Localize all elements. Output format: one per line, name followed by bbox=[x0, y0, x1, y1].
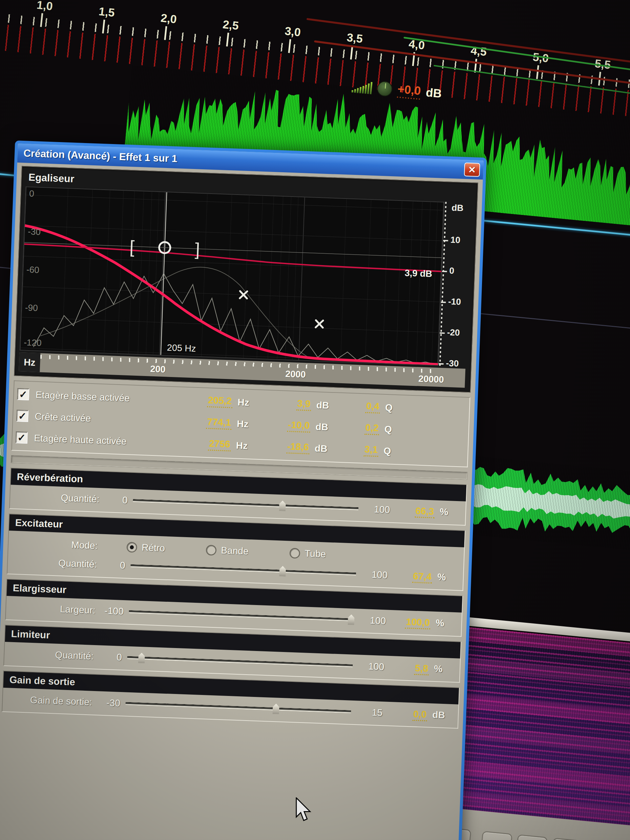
radio-icon-selected[interactable] bbox=[126, 542, 137, 553]
frequency-unit-label: Hz bbox=[231, 418, 255, 430]
volume-unit: dB bbox=[425, 86, 442, 101]
ruler-label: 2,5 bbox=[222, 18, 240, 33]
gain-unit-label: dB bbox=[311, 399, 337, 411]
amplitude-scale-label: -90 bbox=[25, 303, 38, 313]
db-axis-label: 0 bbox=[449, 266, 455, 276]
frequency-unit-label: Hz bbox=[232, 396, 256, 408]
widener-width-slider[interactable] bbox=[129, 606, 355, 626]
slider-max-label: 100 bbox=[363, 503, 390, 515]
screen: 1,0 1,5 2,0 2,5 3,0 3,5 4,0 4,5 5,0 5,5 … bbox=[0, 0, 630, 840]
radio-mode-retro[interactable]: Rétro bbox=[126, 542, 165, 554]
ruler-label: 4,5 bbox=[470, 44, 488, 58]
limiter-amount-slider[interactable] bbox=[127, 652, 353, 672]
band-frequency-field[interactable]: 2756 bbox=[208, 438, 231, 451]
limiter-amount-value[interactable]: 5,8 bbox=[414, 663, 429, 675]
radio-icon[interactable] bbox=[289, 548, 300, 559]
ruler-label: 2,0 bbox=[160, 11, 177, 26]
frequency-unit-label: Hz bbox=[231, 440, 254, 452]
band-q-field[interactable]: 3,1 bbox=[363, 444, 379, 457]
frequency-axis-label: 20000 bbox=[418, 374, 444, 385]
slider-handle[interactable] bbox=[279, 566, 286, 576]
close-button[interactable]: ✕ bbox=[464, 163, 480, 177]
record-button[interactable] bbox=[479, 831, 513, 840]
eq-bands-panel: ✓ Etagère basse activée 205,2 Hz 3,9 dB … bbox=[11, 380, 470, 467]
section-title: Réverbération bbox=[17, 471, 83, 485]
slider-handle[interactable] bbox=[272, 704, 279, 714]
slider-max-label: 100 bbox=[360, 614, 386, 626]
reverb-amount-value[interactable]: 66,3 bbox=[414, 505, 435, 518]
amplitude-scale-label: 0 bbox=[29, 189, 35, 199]
reverb-amount-slider[interactable] bbox=[133, 494, 358, 515]
db-axis-label: -10 bbox=[448, 297, 461, 307]
param-label: Largeur: bbox=[13, 602, 95, 616]
band-label: Etagère basse activée bbox=[35, 389, 183, 405]
q-bracket-right-handle[interactable]: ] bbox=[194, 239, 200, 259]
mouse-cursor-icon bbox=[295, 797, 313, 824]
band-gain-field[interactable]: -10,0 bbox=[287, 419, 310, 433]
unit-label: % bbox=[436, 617, 454, 629]
db-axis-title: dB bbox=[452, 203, 464, 213]
q-bracket-left-handle[interactable]: [ bbox=[129, 237, 135, 257]
slider-handle[interactable] bbox=[138, 653, 145, 663]
check-icon: ✓ bbox=[19, 388, 27, 400]
frequency-crosshair-line bbox=[161, 192, 167, 355]
slider-groove bbox=[129, 610, 354, 622]
mode-label: Mode: bbox=[16, 537, 98, 551]
exciter-amount-value[interactable]: 67,4 bbox=[412, 571, 433, 583]
band-frequency-field[interactable]: 205,2 bbox=[207, 395, 233, 408]
output-gain-slider[interactable] bbox=[125, 697, 351, 717]
band-label: Crête activée bbox=[35, 411, 183, 427]
gain-crosshair-line bbox=[24, 243, 442, 258]
exciter-amount-slider[interactable] bbox=[130, 560, 356, 580]
unit-label: dB bbox=[432, 709, 451, 720]
eq-response-curve bbox=[21, 226, 443, 364]
band-enabled-checkbox[interactable]: ✓ bbox=[17, 388, 29, 400]
radio-mode-tube[interactable]: Tube bbox=[289, 547, 326, 559]
unit-label: % bbox=[437, 572, 456, 583]
q-unit-label: Q bbox=[378, 445, 395, 457]
volume-value[interactable]: +0,0 bbox=[397, 82, 421, 100]
param-label: Quantité: bbox=[17, 491, 100, 505]
slider-min-label: -30 bbox=[97, 697, 120, 709]
equalizer-group: Egaliseur [ ] bbox=[14, 166, 478, 393]
dialog-client-area: Egaliseur [ ] bbox=[0, 163, 483, 729]
skip-to-end-button[interactable] bbox=[550, 838, 583, 840]
equalizer-graph[interactable]: [ ] 3,9 dB 205 Hz 0 bbox=[20, 186, 445, 366]
amplitude-scale-label: -120 bbox=[24, 337, 42, 348]
band-handle-high-shelf[interactable] bbox=[316, 320, 323, 328]
slider-min-label: 0 bbox=[102, 559, 125, 571]
ruler-label: 1,5 bbox=[98, 5, 115, 19]
band-q-field[interactable]: 0,2 bbox=[365, 422, 380, 436]
slider-handle[interactable] bbox=[279, 501, 286, 511]
band-label: Etagère haute activée bbox=[34, 433, 182, 448]
band-gain-field[interactable]: 3,9 bbox=[296, 398, 311, 411]
unit-label: % bbox=[434, 663, 453, 675]
band-enabled-checkbox[interactable]: ✓ bbox=[16, 431, 28, 444]
volume-knob-icon[interactable] bbox=[377, 81, 393, 97]
radio-mode-bande[interactable]: Bande bbox=[206, 544, 249, 557]
skip-to-start-button[interactable] bbox=[515, 834, 548, 840]
db-axis-label: -30 bbox=[445, 358, 459, 369]
slider-handle[interactable] bbox=[348, 614, 355, 625]
section-title: Excitateur bbox=[15, 517, 63, 530]
db-axis: dB 10 0 -10 -20 -30 bbox=[439, 202, 472, 368]
db-axis-label: 10 bbox=[450, 235, 460, 245]
slider-max-label: 100 bbox=[358, 660, 384, 672]
check-icon: ✓ bbox=[17, 431, 26, 443]
frequency-axis-label: 200 bbox=[150, 364, 166, 375]
param-label: Gain de sortie: bbox=[10, 694, 92, 707]
band-q-field[interactable]: 0,4 bbox=[365, 401, 380, 414]
eq-shelf-curve bbox=[24, 244, 442, 272]
slider-groove bbox=[127, 656, 353, 668]
output-gain-value[interactable]: 0,0 bbox=[412, 709, 428, 721]
check-icon: ✓ bbox=[18, 410, 27, 422]
radio-icon[interactable] bbox=[206, 545, 216, 556]
gain-unit-label: dB bbox=[309, 443, 336, 455]
widener-width-value[interactable]: 100,0 bbox=[405, 616, 431, 629]
slider-groove bbox=[125, 702, 351, 713]
band-gain-field[interactable]: -18,6 bbox=[286, 441, 309, 455]
gain-readout-label: 3,9 dB bbox=[404, 268, 433, 279]
section-exciter: Excitateur Mode: Rétro Bande bbox=[7, 513, 466, 591]
band-frequency-field[interactable]: 774,1 bbox=[206, 416, 232, 430]
band-enabled-checkbox[interactable]: ✓ bbox=[16, 410, 28, 422]
